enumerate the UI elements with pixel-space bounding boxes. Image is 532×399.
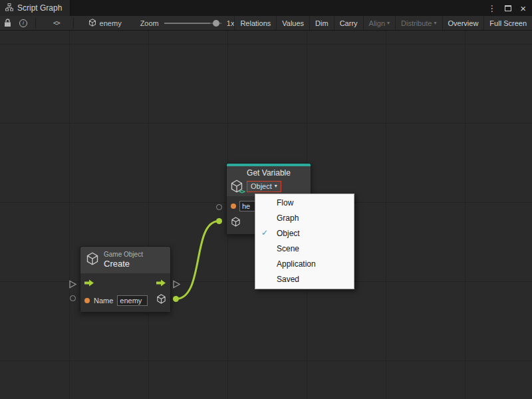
graph-asset-icon <box>88 19 96 28</box>
variable-kind-menu: Flow Graph ✓ Object Scene Application Sa… <box>255 194 354 289</box>
flow-in-port-icon[interactable] <box>68 279 77 291</box>
flow-out-port-icon[interactable] <box>172 279 181 291</box>
zoom-label: Zoom <box>140 19 159 27</box>
variable-cube-icon: <> <box>230 180 243 193</box>
window-controls: ⋮ × <box>487 0 532 16</box>
dim-button[interactable]: Dim <box>309 16 334 30</box>
graph-name: enemy <box>100 19 122 27</box>
name-port-row: Name <box>84 294 166 307</box>
menu-item-object[interactable]: ✓ Object <box>255 226 354 241</box>
tab-title: Script Graph <box>17 3 62 13</box>
string-port-icon[interactable] <box>231 203 236 209</box>
toolbar-buttons: Relations Values Dim Carry Align ▾ Distr… <box>234 16 532 30</box>
node-game-object-create[interactable]: Game Object Create Name <box>80 246 171 313</box>
code-preview-icon[interactable]: <> <box>49 19 64 27</box>
create-node-title: Create <box>104 259 143 269</box>
game-object-cube-icon <box>86 252 99 268</box>
menu-item-application[interactable]: Application <box>255 257 354 272</box>
relations-button[interactable]: Relations <box>234 16 276 30</box>
code-badge-icon: <> <box>239 188 245 195</box>
value-in-port-icon[interactable] <box>70 295 76 301</box>
window-menu-icon[interactable]: ⋮ <box>487 4 496 13</box>
values-button[interactable]: Values <box>276 16 309 30</box>
zoom-slider-fill <box>164 23 210 24</box>
chevron-down-icon: ▾ <box>434 20 437 26</box>
graph-reference[interactable]: enemy <box>88 19 122 28</box>
titlebar: Script Graph ⋮ × <box>0 0 532 16</box>
variable-kind-dropdown[interactable]: Object ▾ <box>247 181 281 192</box>
get-variable-title: Get Variable <box>230 168 307 178</box>
create-node-category: Game Object <box>104 251 143 259</box>
name-in-port-icon[interactable] <box>216 204 222 210</box>
zoom-slider-handle[interactable] <box>213 20 219 27</box>
distribute-button[interactable]: Distribute ▾ <box>395 16 442 30</box>
close-icon[interactable]: × <box>520 3 526 13</box>
create-node-header[interactable]: Game Object Create <box>80 247 170 273</box>
chevron-down-icon: ▾ <box>387 20 390 26</box>
fullscreen-button[interactable]: Full Screen <box>483 16 532 30</box>
zoom-slider[interactable] <box>164 19 221 28</box>
overview-button[interactable]: Overview <box>442 16 484 30</box>
variable-kind-value: Object <box>251 182 272 190</box>
maximize-icon[interactable] <box>505 5 511 11</box>
script-graph-icon <box>5 3 13 13</box>
toolbar-separator <box>73 18 74 29</box>
string-port-icon[interactable] <box>84 298 90 303</box>
flow-port-row <box>84 277 166 290</box>
check-icon: ✓ <box>261 228 268 237</box>
name-port-label: Name <box>94 297 113 305</box>
get-variable-header[interactable]: Get Variable <> Object ▾ <box>227 166 311 196</box>
lock-icon[interactable] <box>0 19 15 27</box>
toolbar-separator <box>35 18 36 29</box>
menu-item-scene[interactable]: Scene <box>255 241 354 257</box>
name-input[interactable] <box>117 295 148 306</box>
chevron-down-icon: ▾ <box>275 183 277 189</box>
tab-script-graph[interactable]: Script Graph <box>0 0 70 16</box>
menu-item-flow[interactable]: Flow <box>255 196 354 211</box>
zoom-value: 1x <box>227 19 235 27</box>
connected-input-port-icon[interactable] <box>216 218 222 224</box>
flow-out-arrow-icon[interactable] <box>156 277 166 289</box>
flow-in-arrow-icon[interactable] <box>84 277 94 289</box>
game-object-source-icon[interactable] <box>231 217 241 229</box>
zoom-control: Zoom 1x <box>140 19 235 28</box>
info-icon[interactable]: i <box>15 19 31 27</box>
game-object-output-icon[interactable] <box>156 294 166 307</box>
graph-toolbar: i <> enemy Zoom 1x Relations Values Dim … <box>0 16 532 31</box>
menu-item-graph[interactable]: Graph <box>255 211 354 226</box>
menu-item-saved[interactable]: Saved <box>255 272 354 287</box>
create-node-body: Name <box>80 273 170 312</box>
align-button[interactable]: Align ▾ <box>363 16 395 30</box>
carry-button[interactable]: Carry <box>334 16 363 30</box>
connected-output-port-icon[interactable] <box>173 296 179 302</box>
graph-canvas[interactable]: Game Object Create Name <box>0 31 532 399</box>
